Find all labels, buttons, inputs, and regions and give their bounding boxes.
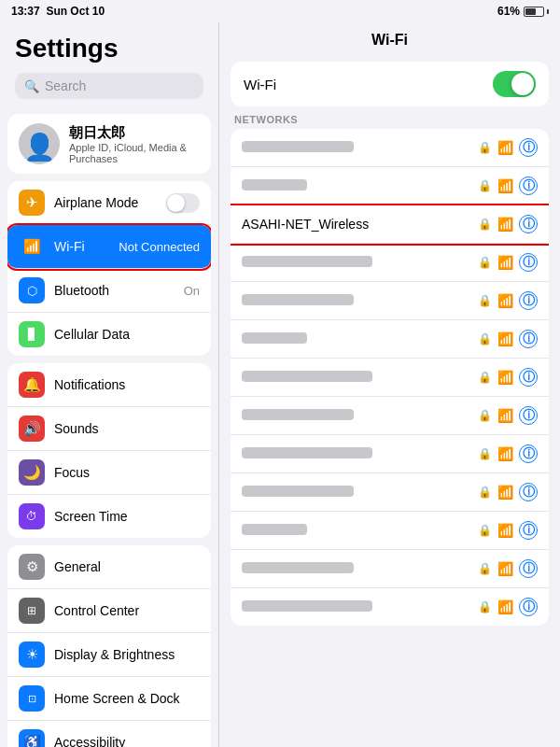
general-label: General	[54, 559, 200, 574]
toggle-thumb	[511, 73, 534, 95]
network-icons: 🔒 📶 ⓘ	[478, 483, 538, 501]
network-icons: 🔒 📶 ⓘ	[478, 559, 538, 578]
sidebar: Settings 🔍 Search 👤 朝日太郎 Apple ID, iClou…	[0, 22, 219, 747]
status-bar: 13:37 Sun Oct 10 61%	[0, 0, 560, 22]
sidebar-item-display[interactable]: ☀ Display & Brightness	[7, 633, 211, 677]
network-info-button[interactable]: ⓘ	[519, 444, 538, 463]
home-screen-icon: ⊡	[19, 685, 45, 712]
wifi-signal-icon: 📶	[497, 561, 513, 576]
network-icons: 🔒 📶 ⓘ	[478, 444, 538, 463]
network-info-button[interactable]: ⓘ	[519, 215, 538, 233]
network-info-button[interactable]: ⓘ	[519, 368, 538, 387]
wifi-signal-icon: 📶	[497, 523, 513, 538]
wifi-signal-icon: 📶	[497, 255, 513, 270]
network-icons: 🔒 📶 ⓘ	[478, 253, 538, 272]
network-item-12[interactable]: 🔒 📶 ⓘ	[231, 550, 549, 588]
sidebar-item-focus[interactable]: 🌙 Focus	[7, 451, 211, 495]
sidebar-item-cellular[interactable]: ▊ Cellular Data	[7, 313, 211, 356]
profile-row[interactable]: 👤 朝日太郎 Apple ID, iCloud, Media & Purchas…	[7, 114, 211, 174]
wifi-main-toggle[interactable]	[493, 71, 536, 97]
sidebar-item-general[interactable]: ⚙ General	[7, 545, 211, 589]
sidebar-item-sounds[interactable]: 🔊 Sounds	[7, 407, 211, 451]
sidebar-item-notifications[interactable]: 🔔 Notifications	[7, 363, 211, 407]
network-name-blurred	[242, 371, 372, 382]
sounds-label: Sounds	[54, 421, 200, 436]
notifications-label: Notifications	[54, 377, 200, 392]
network-info-button[interactable]: ⓘ	[519, 521, 538, 540]
networks-list: 🔒 📶 ⓘ 🔒 📶 ⓘ ASAHI-NET_Wire	[231, 129, 549, 626]
network-item-6[interactable]: 🔒 📶 ⓘ	[231, 320, 549, 359]
network-item-4[interactable]: 🔒 📶 ⓘ	[231, 244, 549, 282]
network-name-blurred	[242, 524, 307, 535]
network-item-9[interactable]: 🔒 📶 ⓘ	[231, 435, 549, 473]
sidebar-item-wifi[interactable]: 📶 Wi-Fi Not Connected	[7, 225, 211, 269]
status-right: 61%	[497, 5, 549, 18]
network-item-1[interactable]: 🔒 📶 ⓘ	[231, 129, 549, 167]
status-time: 13:37 Sun Oct 10	[11, 5, 105, 18]
network-item-7[interactable]: 🔒 📶 ⓘ	[231, 359, 549, 397]
network-info-button[interactable]: ⓘ	[519, 483, 538, 501]
lock-icon: 🔒	[478, 332, 492, 345]
wifi-badge: Not Connected	[119, 240, 200, 254]
right-panel: Wi-Fi Wi-Fi NETWORKS 🔒 📶 ⓘ	[219, 22, 560, 747]
network-icons: 🔒 📶 ⓘ	[478, 330, 538, 348]
networks-section: NETWORKS 🔒 📶 ⓘ 🔒 📶	[219, 114, 560, 747]
network-name-asahi: ASAHI-NET_Wireless	[242, 217, 472, 232]
network-item-8[interactable]: 🔒 📶 ⓘ	[231, 397, 549, 435]
sidebar-item-control-center[interactable]: ⊞ Control Center	[7, 589, 211, 633]
wifi-signal-icon: 📶	[497, 446, 513, 461]
network-info-button[interactable]: ⓘ	[519, 291, 538, 310]
wifi-signal-icon: 📶	[497, 485, 513, 500]
sidebar-item-screen-time[interactable]: ⏱ Screen Time	[7, 495, 211, 538]
network-item-2[interactable]: 🔒 📶 ⓘ	[231, 167, 549, 205]
networks-label: NETWORKS	[231, 114, 549, 125]
network-info-button[interactable]: ⓘ	[519, 406, 538, 425]
lock-icon: 🔒	[478, 409, 492, 422]
wifi-signal-icon: 📶	[497, 178, 513, 193]
network-item-11[interactable]: 🔒 📶 ⓘ	[231, 512, 549, 550]
airplane-toggle[interactable]	[166, 193, 200, 213]
network-info-button[interactable]: ⓘ	[519, 598, 538, 616]
network-name-blurred	[242, 486, 354, 497]
sidebar-item-accessibility[interactable]: ♿ Accessibility	[7, 721, 211, 747]
sidebar-item-home-screen[interactable]: ⊡ Home Screen & Dock	[7, 677, 211, 721]
bluetooth-label: Bluetooth	[54, 283, 175, 298]
control-center-label: Control Center	[54, 603, 200, 618]
sidebar-item-bluetooth[interactable]: ⬡ Bluetooth On	[7, 269, 211, 313]
network-name-blurred	[242, 256, 372, 267]
network-info-button[interactable]: ⓘ	[519, 330, 538, 348]
display-icon: ☀	[19, 641, 45, 668]
sidebar-item-airplane-mode[interactable]: ✈ Airplane Mode	[7, 181, 211, 225]
focus-icon: 🌙	[19, 459, 45, 486]
network-icons: 🔒 📶 ⓘ	[478, 215, 538, 233]
bluetooth-badge: On	[184, 284, 200, 298]
lock-icon: 🔒	[478, 562, 492, 575]
wifi-signal-icon: 📶	[497, 331, 513, 346]
sidebar-group-connectivity: ✈ Airplane Mode 📶 Wi-Fi Not Connected ⬡ …	[7, 181, 211, 356]
lock-icon: 🔒	[478, 447, 492, 460]
wifi-toggle-label: Wi-Fi	[244, 77, 276, 92]
network-item-asahi[interactable]: ASAHI-NET_Wireless 🔒 📶 ⓘ	[231, 205, 549, 244]
avatar-icon: 👤	[23, 134, 56, 161]
network-info-button[interactable]: ⓘ	[519, 559, 538, 578]
network-info-button[interactable]: ⓘ	[519, 253, 538, 272]
network-item-10[interactable]: 🔒 📶 ⓘ	[231, 473, 549, 512]
cellular-label: Cellular Data	[54, 327, 200, 342]
lock-icon: 🔒	[478, 218, 492, 231]
network-icons: 🔒 📶 ⓘ	[478, 138, 538, 157]
battery-icon	[524, 7, 549, 17]
network-info-button[interactable]: ⓘ	[519, 138, 538, 157]
main-layout: Settings 🔍 Search 👤 朝日太郎 Apple ID, iClou…	[0, 22, 560, 747]
network-info-button[interactable]: ⓘ	[519, 176, 538, 195]
network-item-13[interactable]: 🔒 📶 ⓘ	[231, 588, 549, 626]
network-item-5[interactable]: 🔒 📶 ⓘ	[231, 282, 549, 320]
sidebar-header: Settings 🔍 Search	[0, 22, 218, 114]
network-name-blurred	[242, 179, 307, 190]
wifi-signal-icon: 📶	[497, 408, 513, 423]
network-icons: 🔒 📶 ⓘ	[478, 291, 538, 310]
wifi-signal-icon: 📶	[497, 370, 513, 385]
airplane-icon: ✈	[19, 190, 45, 216]
wifi-page-title: Wi-Fi	[219, 22, 560, 58]
wifi-signal-icon: 📶	[497, 293, 513, 308]
search-bar[interactable]: 🔍 Search	[15, 73, 203, 99]
